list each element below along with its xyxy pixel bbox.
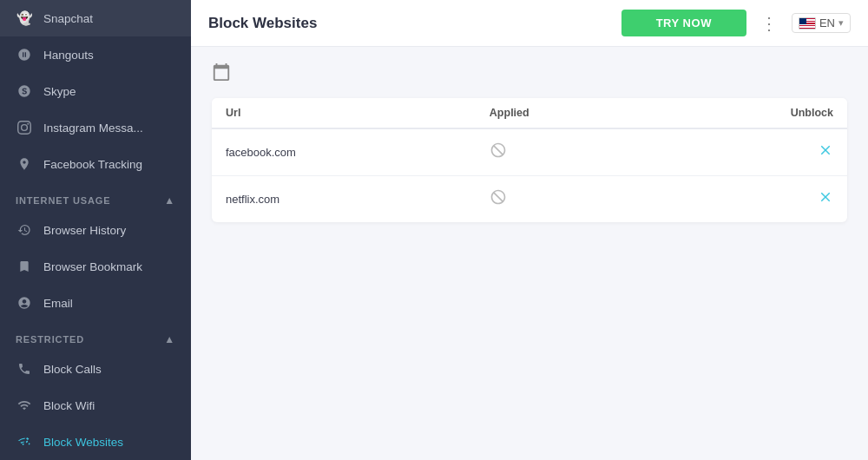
applied-cell: [476, 128, 657, 176]
sidebar-label-block-wifi: Block Wifi: [43, 399, 95, 412]
calendar-icon-row: [212, 62, 847, 86]
email-icon: [16, 294, 33, 312]
topbar: Block Websites TRY NOW ⋮ EN ▾: [191, 0, 868, 47]
sidebar-item-instagram[interactable]: Instagram Messa...: [0, 109, 191, 146]
calendar-icon[interactable]: [212, 66, 231, 85]
sidebar-label-block-websites: Block Websites: [43, 436, 123, 449]
block-icon: [490, 193, 507, 209]
url-cell: netflix.com: [212, 176, 476, 223]
sidebar-label-facebook-tracking: Facebook Tracking: [43, 158, 142, 171]
browser-history-icon: [16, 221, 33, 239]
sidebar-label-hangouts: Hangouts: [43, 49, 94, 62]
block-websites-icon: [16, 433, 33, 450]
sidebar-item-skype[interactable]: Skype: [0, 73, 191, 109]
sidebar-label-skype: Skype: [43, 85, 76, 98]
snapchat-icon: 👻: [16, 10, 33, 27]
unblock-button[interactable]: [818, 145, 833, 161]
sidebar-item-snapchat[interactable]: 👻 Snapchat: [0, 0, 191, 36]
restricted-label: RESTRICTED: [16, 334, 84, 345]
url-cell: facebook.com: [212, 128, 476, 176]
sidebar-item-hangouts[interactable]: Hangouts: [0, 36, 191, 73]
chevron-down-icon: ▾: [838, 17, 844, 29]
col-url-header: Url: [212, 98, 476, 128]
internet-usage-section-header: INTERNET USAGE ▲: [0, 186, 191, 212]
unblock-cell: [657, 128, 847, 176]
sidebar-item-block-wifi[interactable]: Block Wifi: [0, 387, 191, 424]
sidebar-label-snapchat: Snapchat: [43, 12, 93, 25]
sidebar-item-browser-history[interactable]: Browser History: [0, 212, 191, 248]
sidebar-label-instagram: Instagram Messa...: [43, 122, 143, 135]
sidebar-item-browser-bookmark[interactable]: Browser Bookmark: [0, 248, 191, 285]
block-icon: [490, 146, 507, 162]
instagram-icon: [16, 119, 33, 136]
block-wifi-icon: [16, 397, 33, 414]
applied-cell: [476, 176, 657, 223]
blocked-websites-table: Url Applied Unblock facebook.comnetflix.…: [212, 98, 847, 222]
sidebar-item-facebook-tracking[interactable]: Facebook Tracking: [0, 146, 191, 182]
sidebar-label-block-calls: Block Calls: [43, 363, 102, 376]
table-header-row: Url Applied Unblock: [212, 98, 847, 128]
restricted-section-header: RESTRICTED ▲: [0, 325, 191, 351]
sidebar-item-block-calls[interactable]: Block Calls: [0, 351, 191, 387]
unblock-cell: [657, 176, 847, 223]
table-body: facebook.comnetflix.com: [212, 128, 847, 222]
more-options-button[interactable]: ⋮: [757, 13, 781, 34]
table-row: netflix.com: [212, 176, 847, 223]
block-calls-icon: [16, 360, 33, 378]
us-flag-icon: [799, 17, 816, 30]
col-unblock-header: Unblock: [657, 98, 847, 128]
sidebar-label-email: Email: [43, 297, 73, 310]
main-content: Block Websites TRY NOW ⋮ EN ▾ Url Applie…: [191, 0, 868, 460]
internet-usage-chevron[interactable]: ▲: [164, 194, 175, 207]
sidebar-label-browser-bookmark: Browser Bookmark: [43, 260, 142, 273]
language-label: EN: [819, 16, 835, 30]
browser-bookmark-icon: [16, 258, 33, 275]
table-row: facebook.com: [212, 128, 847, 176]
col-applied-header: Applied: [476, 98, 657, 128]
restricted-chevron[interactable]: ▲: [164, 333, 175, 345]
internet-usage-label: INTERNET USAGE: [16, 195, 111, 206]
language-selector[interactable]: EN ▾: [792, 13, 851, 33]
facebook-tracking-icon: [16, 155, 33, 173]
unblock-button[interactable]: [818, 192, 833, 208]
hangouts-icon: [16, 46, 33, 63]
sidebar-label-browser-history: Browser History: [43, 224, 126, 237]
sidebar-item-email[interactable]: Email: [0, 285, 191, 321]
skype-icon: [16, 82, 33, 100]
sidebar-item-block-websites[interactable]: Block Websites: [0, 424, 191, 460]
page-title: Block Websites: [208, 15, 611, 32]
content-area: Url Applied Unblock facebook.comnetflix.…: [191, 47, 868, 460]
try-now-button[interactable]: TRY NOW: [621, 10, 746, 36]
sidebar: 👻 Snapchat Hangouts Skype Instagram Mess…: [0, 0, 191, 460]
